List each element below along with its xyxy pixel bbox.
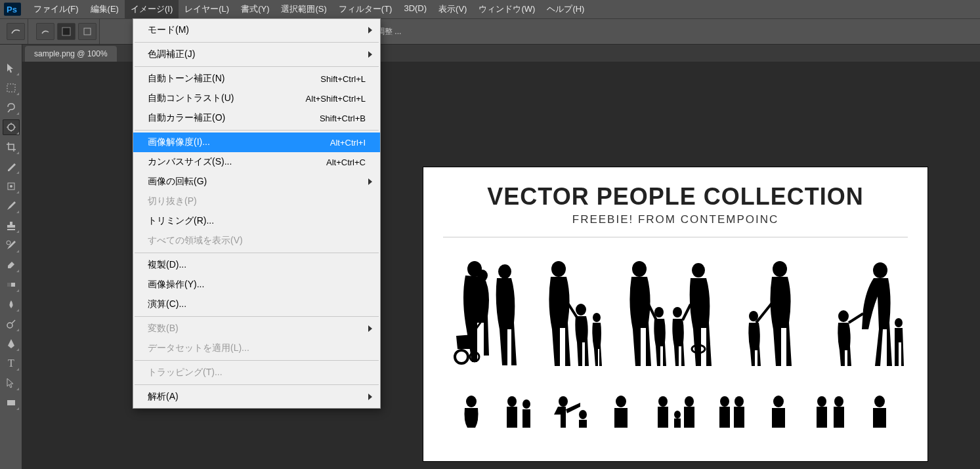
menu-entry[interactable]: 複製(D)... [133, 255, 380, 275]
rectangle-tool[interactable] [3, 395, 20, 411]
menu-separator [135, 253, 379, 253]
svg-rect-2 [62, 28, 70, 35]
svg-point-42 [559, 396, 568, 407]
option-button-1[interactable] [36, 23, 54, 40]
menu-item[interactable]: イメージ(I) [125, 0, 179, 18]
silhouette-icon [620, 257, 718, 369]
menu-entry[interactable]: 画像の回転(G) [133, 172, 380, 192]
history-brush-tool[interactable] [3, 237, 20, 253]
menu-item[interactable]: 3D(D) [398, 0, 433, 18]
blur-tool[interactable] [3, 296, 20, 312]
document-canvas[interactable]: VECTOR PEOPLE COLLECTION FREEBIE! FROM C… [423, 167, 928, 462]
menu-separator [135, 42, 379, 43]
menu-entry[interactable]: 解析(A) [133, 387, 380, 407]
menu-entry[interactable]: トリミング(R)... [133, 211, 380, 231]
svg-point-38 [895, 318, 903, 327]
spot-heal-tool[interactable] [3, 178, 20, 194]
svg-point-21 [551, 261, 566, 277]
marquee-tool[interactable] [3, 80, 20, 96]
silhouette-row [443, 251, 908, 369]
option-button-2[interactable] [57, 23, 75, 40]
silhouette-icon [446, 257, 518, 369]
canvas-subtitle: FREEBIE! FROM CONTEMPOINC [443, 213, 908, 226]
path-select-tool[interactable] [3, 375, 20, 391]
menu-entry-label: 変数(B) [148, 323, 179, 335]
svg-line-30 [683, 304, 691, 320]
svg-point-28 [692, 263, 705, 277]
menu-entry[interactable]: 自動トーン補正(N)Shift+Ctrl+L [133, 69, 380, 89]
menu-entry[interactable]: カンバスサイズ(S)...Alt+Ctrl+C [133, 152, 380, 172]
move-tool[interactable] [3, 60, 20, 76]
menu-entry: すべての領域を表示(V) [133, 231, 380, 251]
brush-tool[interactable] [3, 198, 20, 214]
canvas-separator [443, 237, 908, 237]
svg-point-35 [873, 262, 887, 278]
menu-entry[interactable]: 演算(C)... [133, 295, 380, 314]
gradient-tool[interactable] [3, 277, 20, 293]
pen-tool[interactable] [3, 336, 20, 352]
menu-entry: トラッピング(T)... [133, 363, 380, 382]
menu-entry-label: 自動カラー補正(O) [148, 112, 225, 124]
menu-item[interactable]: 書式(Y) [235, 0, 275, 18]
svg-point-22 [576, 304, 586, 316]
menu-item[interactable]: ウィンドウ(W) [473, 0, 541, 18]
menu-entry[interactable]: 画像操作(Y)... [133, 275, 380, 295]
menu-entry[interactable]: モード(M) [133, 20, 380, 40]
menu-item[interactable]: 選択範囲(S) [275, 0, 332, 18]
menu-separator [135, 360, 379, 361]
svg-point-25 [632, 261, 647, 277]
svg-point-51 [817, 396, 826, 407]
option-button-3[interactable] [78, 23, 96, 40]
dodge-tool[interactable] [3, 316, 20, 332]
document-tab-title: sample.png @ 100% [34, 49, 108, 58]
menu-entry-label: モード(M) [148, 24, 189, 36]
stamp-tool[interactable] [3, 218, 20, 234]
quick-select-tool[interactable] [3, 119, 20, 135]
svg-rect-14 [7, 400, 15, 405]
svg-point-50 [773, 396, 784, 407]
silhouette-icon [866, 395, 893, 428]
svg-point-11 [7, 323, 12, 328]
tool-preset-button[interactable] [7, 23, 25, 40]
silhouette-icon [551, 395, 591, 428]
eyedropper-tool[interactable] [3, 159, 20, 174]
menu-item[interactable]: ヘルプ(H) [541, 0, 590, 18]
menu-entry[interactable]: 色調補正(J) [133, 45, 380, 64]
svg-text:T: T [8, 357, 14, 369]
svg-line-23 [568, 303, 577, 317]
svg-point-33 [773, 261, 787, 277]
menu-item[interactable]: 表示(V) [433, 0, 473, 18]
menu-entry-label: 色調補正(J) [148, 49, 195, 60]
type-tool[interactable]: T [3, 356, 20, 371]
crop-tool[interactable] [3, 139, 20, 155]
svg-point-46 [674, 411, 681, 418]
svg-line-34 [756, 303, 772, 323]
photoshop-logo-icon: Ps [3, 3, 22, 16]
menu-entry-shortcut: Alt+Ctrl+C [326, 157, 366, 167]
menu-item[interactable]: 編集(E) [85, 0, 125, 18]
menu-separator [135, 384, 379, 385]
silhouette-icon [458, 395, 484, 428]
menu-entry[interactable]: 自動コントラスト(U)Alt+Shift+Ctrl+L [133, 89, 380, 108]
menu-entry: 変数(B) [133, 319, 380, 338]
silhouette-icon [608, 395, 634, 428]
svg-point-8 [7, 241, 11, 245]
svg-point-53 [874, 396, 885, 407]
menu-item[interactable]: ファイル(F) [28, 0, 85, 18]
chevron-right-icon [368, 51, 372, 58]
eraser-tool[interactable] [3, 257, 20, 273]
menu-entry[interactable]: 画像解像度(I)...Alt+Ctrl+I [133, 133, 380, 152]
svg-point-36 [838, 310, 849, 322]
menu-separator [135, 130, 379, 131]
svg-point-39 [466, 396, 477, 407]
menu-entry[interactable]: 自動カラー補正(O)Shift+Ctrl+B [133, 108, 380, 128]
menu-item[interactable]: レイヤー(L) [179, 0, 235, 18]
menu-entry-shortcut: Shift+Ctrl+L [320, 74, 366, 84]
menu-entry-shortcut: Alt+Ctrl+I [330, 138, 366, 148]
document-tab[interactable]: sample.png @ 100% [25, 46, 117, 62]
lasso-tool[interactable] [3, 100, 20, 115]
menu-item[interactable]: フィルター(T) [333, 0, 398, 18]
menu-entry-label: トラッピング(T)... [148, 367, 223, 378]
svg-point-52 [834, 396, 843, 407]
svg-point-7 [10, 185, 12, 188]
